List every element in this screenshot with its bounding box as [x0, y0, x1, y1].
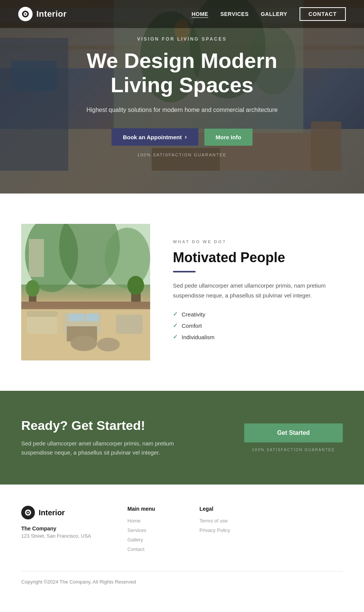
about-title: Motivated People — [173, 249, 343, 266]
check-icon: ✓ — [173, 311, 178, 318]
arrow-icon: › — [185, 134, 187, 140]
footer-divider — [21, 571, 343, 571]
get-started-button[interactable]: Get Started — [244, 423, 343, 442]
nav-links: HOME SERVICES GALLERY CONTACT — [191, 7, 346, 21]
svg-point-29 — [127, 276, 144, 295]
logo-text: Interior — [36, 9, 67, 19]
nav-gallery[interactable]: GALLERY — [261, 11, 287, 17]
logo-icon — [18, 7, 33, 21]
svg-point-35 — [97, 338, 120, 351]
about-image-inner — [21, 224, 150, 360]
hero-guarantee: 100% SATISFACTION GUARANTEE — [61, 153, 303, 157]
svg-point-41 — [27, 512, 29, 513]
cta-title: Ready? Get Started! — [21, 418, 203, 433]
cta-guarantee: 100% SATISFACTION GUARANTEE — [244, 448, 343, 452]
svg-rect-23 — [29, 239, 44, 277]
cta-right: Get Started 100% SATISFACTION GUARANTEE — [244, 423, 343, 452]
nav-logo[interactable]: Interior — [18, 7, 67, 21]
list-item: ✓ Creativity — [173, 311, 343, 318]
nav-home[interactable]: HOME — [191, 11, 208, 17]
contact-button[interactable]: CONTACT — [300, 7, 346, 21]
svg-point-2 — [25, 13, 26, 15]
about-eyebrow: WHAT DO WE DO? — [173, 239, 343, 244]
hero-section: VISION FOR LIVING SPACES We Design Moder… — [0, 0, 364, 194]
about-content: WHAT DO WE DO? Motivated People Sed pede… — [173, 239, 343, 345]
hero-subtitle: Highest quality solutions for modern hom… — [61, 105, 303, 115]
check-icon: ✓ — [173, 334, 178, 340]
footer-main-menu: Main menu Home Services Gallery Contact — [127, 506, 177, 556]
about-text: Sed pede ullamcorper amet ullamcorper pr… — [173, 281, 343, 300]
footer-logo-icon — [21, 506, 35, 519]
cta-section: Ready? Get Started! Sed pede ullamcorper… — [0, 391, 364, 485]
svg-rect-31 — [27, 311, 57, 317]
about-image — [21, 224, 150, 360]
svg-point-34 — [71, 336, 97, 351]
more-info-button[interactable]: More Info — [204, 129, 253, 146]
hero-content: VISION FOR LIVING SPACES We Design Moder… — [53, 36, 311, 157]
footer-company-name: The Company — [21, 525, 105, 532]
svg-rect-38 — [86, 314, 99, 321]
list-item: ✓ Individualism — [173, 334, 343, 340]
nav-services[interactable]: SERVICES — [220, 11, 249, 17]
footer-logo: Interior — [21, 506, 105, 519]
about-section: WHAT DO WE DO? Motivated People Sed pede… — [0, 194, 364, 391]
footer-link-home[interactable]: Home — [127, 518, 177, 524]
svg-rect-36 — [116, 315, 143, 334]
about-divider — [173, 271, 196, 272]
footer-link-terms[interactable]: Terms of use — [199, 518, 249, 524]
footer-legal-title: Legal — [199, 506, 249, 512]
svg-rect-37 — [69, 314, 84, 321]
footer-address: 123 Street, San Francisco, USA — [21, 533, 105, 539]
svg-point-27 — [26, 280, 39, 297]
list-item: ✓ Comfort — [173, 322, 343, 329]
check-icon: ✓ — [173, 322, 178, 329]
footer: Interior The Company 123 Street, San Fra… — [0, 485, 364, 594]
footer-link-gallery[interactable]: Gallery — [127, 537, 177, 543]
footer-legal: Legal Terms of use Privacy Policy — [199, 506, 249, 556]
footer-brand: Interior The Company 123 Street, San Fra… — [21, 506, 105, 556]
footer-link-contact[interactable]: Contact — [127, 546, 177, 552]
cta-text: Sed pede ullamcorper amet ullamcorper pr… — [21, 439, 203, 457]
footer-top: Interior The Company 123 Street, San Fra… — [21, 506, 343, 556]
svg-rect-25 — [21, 302, 150, 309]
footer-link-privacy[interactable]: Privacy Policy — [199, 527, 249, 533]
book-appointment-button[interactable]: Book an Appointment › — [111, 128, 198, 146]
navbar: Interior HOME SERVICES GALLERY CONTACT — [0, 0, 364, 28]
hero-buttons: Book an Appointment › More Info — [61, 128, 303, 146]
about-list: ✓ Creativity ✓ Comfort ✓ Individualism — [173, 311, 343, 340]
cta-left: Ready? Get Started! Sed pede ullamcorper… — [21, 418, 203, 457]
footer-logo-text: Interior — [39, 508, 65, 517]
footer-copyright: Copyright ©2024 The Company, All Rights … — [21, 579, 343, 585]
svg-rect-30 — [27, 315, 57, 334]
hero-title: We Design Modern Living Spaces — [61, 49, 303, 98]
svg-point-22 — [105, 228, 150, 288]
footer-main-menu-title: Main menu — [127, 506, 177, 512]
hero-eyebrow: VISION FOR LIVING SPACES — [61, 36, 303, 42]
footer-link-services[interactable]: Services — [127, 527, 177, 533]
